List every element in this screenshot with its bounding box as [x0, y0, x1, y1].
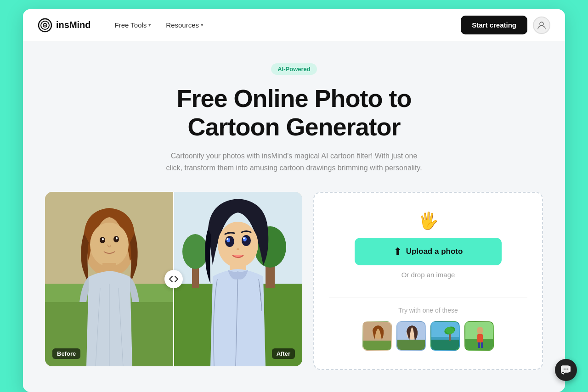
cartoon-side [174, 192, 302, 366]
before-image [45, 192, 174, 366]
svg-rect-52 [481, 342, 483, 348]
browser-window: insMind Free Tools ▾ Resources ▾ Start c… [23, 9, 565, 392]
upload-icon: ⬆ [394, 246, 401, 257]
drag-handle[interactable] [164, 270, 183, 288]
svg-point-13 [116, 237, 118, 240]
svg-point-32 [237, 248, 239, 250]
hero-section: AI-Powered Free Online Photo to Cartoon … [45, 63, 543, 174]
logo[interactable]: insMind [38, 18, 91, 33]
photo-side [45, 192, 174, 366]
before-after-panel: Before After [45, 192, 302, 366]
svg-point-4 [540, 22, 543, 26]
svg-point-49 [477, 327, 483, 334]
after-label: After [272, 348, 295, 359]
svg-point-55 [565, 369, 566, 370]
cursor-icon: 🖐️ [418, 211, 439, 230]
nav-links: Free Tools ▾ Resources ▾ [109, 17, 461, 33]
sample-img-3-visual [431, 322, 460, 351]
logo-text: insMind [56, 20, 91, 30]
svg-rect-35 [363, 341, 392, 351]
nav-free-tools[interactable]: Free Tools ▾ [109, 17, 157, 33]
upload-photo-button[interactable]: ⬆ Upload a photo [355, 238, 502, 265]
svg-rect-51 [478, 342, 480, 348]
chat-icon [560, 364, 571, 375]
svg-point-54 [564, 369, 565, 370]
svg-point-25 [218, 222, 258, 268]
chevron-down-icon: ▾ [201, 22, 204, 28]
after-image [174, 192, 302, 366]
sample-image-3[interactable] [430, 321, 460, 351]
svg-point-56 [567, 369, 568, 370]
upload-btn-label: Upload a photo [406, 247, 463, 256]
ai-badge: AI-Powered [271, 63, 317, 75]
sample-image-2[interactable] [396, 321, 426, 351]
try-label: Try with one of these [398, 307, 458, 314]
horizontal-divider [329, 297, 527, 297]
main-content: AI-Powered Free Online Photo to Cartoon … [23, 41, 565, 392]
svg-point-9 [90, 223, 129, 267]
sample-img-2-visual [397, 322, 426, 351]
chevron-down-icon: ▾ [148, 22, 151, 28]
svg-rect-50 [477, 334, 483, 342]
sample-images [362, 321, 494, 351]
svg-rect-38 [397, 340, 426, 351]
navbar: insMind Free Tools ▾ Resources ▾ Start c… [23, 9, 565, 41]
start-creating-button[interactable]: Start creating [461, 16, 527, 34]
svg-point-12 [102, 238, 104, 241]
svg-point-30 [226, 238, 228, 240]
user-icon [537, 21, 546, 30]
hero-title: Free Online Photo to Cartoon Generator [45, 84, 543, 141]
before-label: Before [52, 348, 80, 359]
sample-image-4[interactable] [464, 321, 494, 351]
sample-img-4-visual [465, 322, 494, 351]
avatar[interactable] [533, 17, 550, 34]
svg-point-24 [182, 234, 208, 269]
resize-icon [169, 276, 178, 282]
logo-icon [38, 18, 52, 33]
svg-point-31 [243, 237, 245, 239]
svg-point-3 [45, 24, 46, 26]
svg-rect-42 [431, 340, 460, 351]
upload-panel[interactable]: 🖐️ ⬆ Upload a photo Or drop an image Try… [313, 192, 543, 370]
nav-actions: Start creating [461, 16, 550, 34]
hero-subtitle: Cartoonify your photos with insMind's ma… [165, 150, 423, 174]
chat-widget[interactable] [555, 359, 577, 381]
sample-img-1-visual [363, 322, 392, 351]
nav-resources[interactable]: Resources ▾ [160, 17, 209, 33]
drop-text: Or drop an image [401, 271, 455, 279]
sample-image-1[interactable] [362, 321, 392, 351]
ba-container: Before After [45, 192, 302, 366]
demo-section: Before After 🖐️ ⬆ Upload a photo Or drop… [45, 192, 543, 370]
